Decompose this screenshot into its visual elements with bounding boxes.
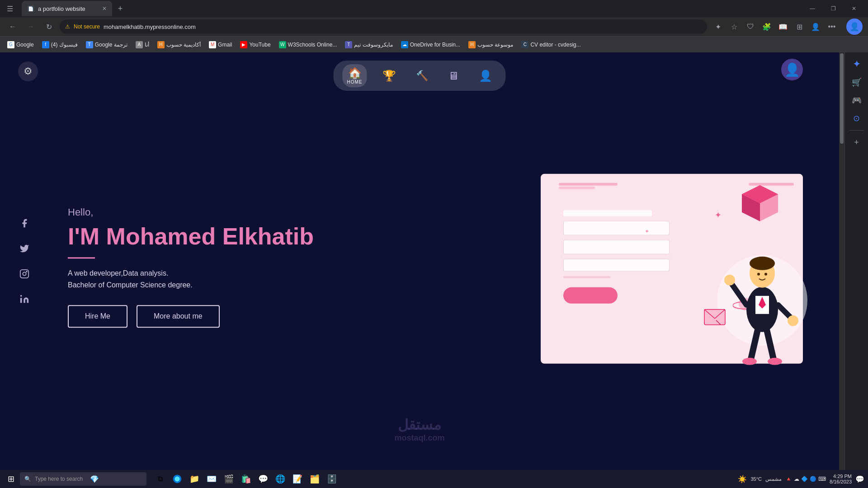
taskbar-heidisql[interactable]: 🗄️ xyxy=(324,471,340,487)
home-icon: 🏠 xyxy=(348,67,362,80)
cvdesign-favicon: C xyxy=(521,41,528,48)
bookmark-teams[interactable]: T مايكروسوفت تيم xyxy=(341,39,396,50)
nav-item-contact[interactable]: 👤 xyxy=(474,67,497,85)
facebook-social-icon[interactable] xyxy=(16,215,33,231)
user-profile-avatar[interactable]: 👤 xyxy=(846,19,863,35)
browser-sidebar-add[interactable]: + xyxy=(849,134,865,150)
hire-me-button[interactable]: Hire Me xyxy=(68,305,127,328)
bookmark-facebook[interactable]: f فيسبوك (4) xyxy=(38,39,81,50)
translate-favicon: T xyxy=(86,41,93,48)
new-tab-button[interactable]: + xyxy=(114,2,127,15)
svg-point-20 xyxy=(788,315,798,326)
page-scrollbar[interactable] xyxy=(839,52,844,488)
browser-sidebar-games[interactable]: 🎮 xyxy=(849,92,865,108)
bookmark-translate[interactable]: T Google ترجمة xyxy=(82,39,131,50)
taskbar-store[interactable]: 🛍️ xyxy=(238,471,254,487)
bookmark-ana[interactable]: A أنا xyxy=(132,39,153,50)
bookmark-encyclopedia-label: موسوعة حسوب xyxy=(477,42,513,48)
search-placeholder: Type here to search xyxy=(35,476,83,482)
scrollbar-thumb[interactable] xyxy=(840,53,844,144)
notification-icon[interactable]: 💬 xyxy=(855,475,864,483)
tools-icon: 🔨 xyxy=(416,70,428,82)
browser-sidebar-copilot[interactable]: ✦ xyxy=(849,56,865,72)
card-input-3 xyxy=(563,259,670,272)
bookmark-w3schools-label: W3Schools Online... xyxy=(288,42,337,48)
taskbar-search-bar[interactable]: 🔍 Type here to search 💎 xyxy=(20,472,146,486)
favorites-button[interactable]: ☆ xyxy=(727,19,741,34)
bookmark-google[interactable]: G Google xyxy=(4,39,38,50)
more-about-me-button[interactable]: More about me xyxy=(137,305,220,328)
reload-button[interactable]: ↻ xyxy=(42,19,56,34)
settings-more-button[interactable]: ••• xyxy=(825,19,839,34)
illustration-background: ✦ ✦ xyxy=(541,174,803,364)
website-content: ⚙ 🏠 HOME 🏆 🔨 🖥 👤 xyxy=(0,52,839,470)
bookmark-w3schools[interactable]: W W3Schools Online... xyxy=(275,39,341,50)
taskbar-edge[interactable] xyxy=(169,471,185,487)
security-label: Not secure xyxy=(74,23,100,30)
svg-point-25 xyxy=(757,273,760,276)
weather-temp: 35°C xyxy=(750,476,762,482)
nav-item-achievements[interactable]: 🏆 xyxy=(378,67,401,85)
teams-favicon: T xyxy=(345,41,352,48)
taskbar-unknown[interactable]: 🗂️ xyxy=(307,471,323,487)
bookmark-translate-label: Google ترجمة xyxy=(95,42,127,48)
tab-favicon: 📄 xyxy=(27,5,34,12)
sparkle-1: ✦ xyxy=(715,210,722,220)
forward-button[interactable]: → xyxy=(24,19,38,34)
taskbar-vscode[interactable]: 📝 xyxy=(289,471,306,487)
extensions-button[interactable]: 🧩 xyxy=(760,19,774,34)
back-button[interactable]: ← xyxy=(5,19,20,34)
hero-desc-line2: Bachelor of Computer Science degree. xyxy=(68,279,314,291)
bookmark-onedrive[interactable]: ☁ OneDrive for Busin... xyxy=(397,39,464,50)
copilot-button[interactable]: ✦ xyxy=(711,19,725,34)
browser-sidebar-shopping[interactable]: 🛒 xyxy=(849,74,865,90)
collection-button[interactable]: ⊞ xyxy=(792,19,807,34)
bookmark-encyclopedia[interactable]: H موسوعة حسوب xyxy=(465,39,517,50)
bookmark-gmail[interactable]: M Gmail xyxy=(205,39,236,50)
browser-sidebar-extension2[interactable]: ⊙ xyxy=(849,110,865,127)
trophy-icon: 🏆 xyxy=(382,70,396,82)
bookmark-academy-label: أكاديمية حسوب xyxy=(166,42,201,48)
cortana-icon: 💎 xyxy=(90,475,99,483)
google-favicon: G xyxy=(7,41,14,48)
svg-point-26 xyxy=(764,273,767,276)
bookmark-cvdesign[interactable]: C CV editor - cvdesig... xyxy=(518,39,584,50)
system-tray-icons: 🔺 ☁ 🔷 🔵 ⌨ xyxy=(785,476,826,482)
bookmark-academy[interactable]: H أكاديمية حسوب xyxy=(154,39,204,50)
svg-rect-3 xyxy=(20,298,22,303)
close-button[interactable]: ✕ xyxy=(844,0,864,17)
taskbar-task-view[interactable]: ⧉ xyxy=(152,471,168,487)
url-bar[interactable]: ⚠ Not secure mohamelkhatib.mypressonline… xyxy=(60,19,707,34)
nav-item-home[interactable]: 🏠 HOME xyxy=(343,64,367,87)
browser-essentials-button[interactable]: 🛡 xyxy=(743,19,758,34)
tab-list-button[interactable]: ☰ xyxy=(4,2,16,15)
taskbar-edge2[interactable]: 🌐 xyxy=(272,471,288,487)
hero-description: A web developer,Data analysis. Bachelor … xyxy=(68,267,314,291)
bookmark-youtube[interactable]: ▶ YouTube xyxy=(236,39,274,50)
taskbar-whatsapp[interactable]: 💬 xyxy=(255,471,271,487)
hero-greeting: Hello, xyxy=(68,206,314,218)
sparkle-2: ✦ xyxy=(645,228,649,235)
nav-item-skills[interactable]: 🔨 xyxy=(411,67,433,84)
svg-point-14 xyxy=(750,257,775,270)
site-settings-icon[interactable]: ⚙ xyxy=(18,61,38,81)
twitter-social-icon[interactable] xyxy=(16,240,33,257)
active-tab[interactable]: 📄 a portfolio website ✕ xyxy=(22,1,112,16)
taskbar-explorer[interactable]: 📁 xyxy=(186,471,203,487)
maximize-button[interactable]: ❐ xyxy=(823,0,844,17)
linkedin-social-icon[interactable] xyxy=(16,291,33,307)
instagram-social-icon[interactable] xyxy=(16,266,33,282)
profile-button[interactable]: 👤 xyxy=(808,19,823,34)
reading-view-button[interactable]: 📖 xyxy=(776,19,790,34)
taskbar-vlc[interactable]: 🎬 xyxy=(221,471,237,487)
clock[interactable]: 4:29 PM 8/16/2023 xyxy=(830,474,852,484)
svg-point-18 xyxy=(724,275,735,286)
hero-desc-line1: A web developer,Data analysis. xyxy=(68,267,314,279)
start-button[interactable]: ⊞ xyxy=(4,472,18,486)
bookmarks-bar: G Google f فيسبوك (4) T Google ترجمة A أ… xyxy=(0,36,868,52)
nav-item-portfolio[interactable]: 🖥 xyxy=(443,67,463,85)
minimize-button[interactable]: — xyxy=(802,0,823,17)
card-input-2 xyxy=(563,240,670,254)
taskbar-mail[interactable]: ✉️ xyxy=(203,471,220,487)
tab-close-button[interactable]: ✕ xyxy=(102,5,107,12)
